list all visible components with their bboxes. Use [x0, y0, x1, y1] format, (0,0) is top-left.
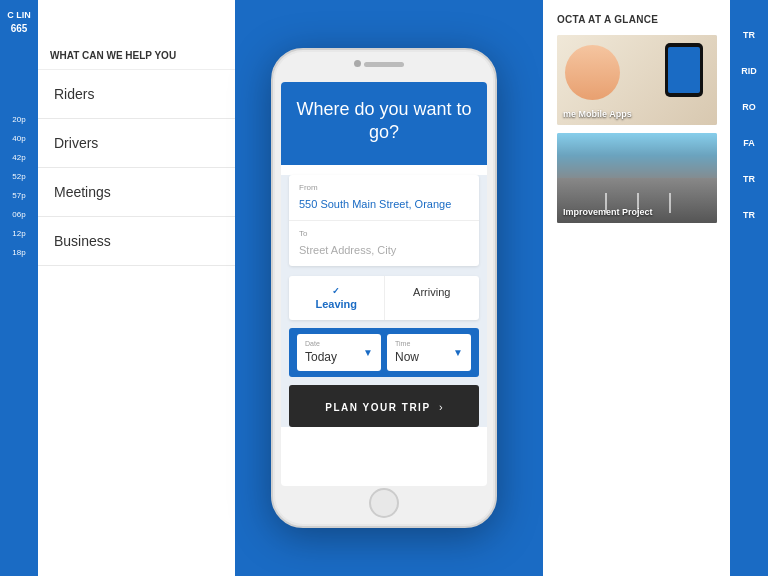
right-link-tr1[interactable]: TR	[743, 30, 755, 40]
phone-camera	[354, 60, 361, 67]
plan-btn-label: PLAN YOUR TRIP	[325, 402, 430, 413]
phone-home-button[interactable]	[369, 488, 399, 518]
arriving-label: Arriving	[413, 286, 450, 298]
time-block[interactable]: Time Now ▼	[387, 334, 471, 371]
nav-item-meetings[interactable]: Meetings	[38, 168, 235, 217]
date-label: Date	[305, 340, 337, 347]
phone-container: Where do you want to go? From 550 South …	[271, 48, 497, 528]
from-label: From	[299, 183, 469, 192]
leaving-toggle[interactable]: Leaving	[289, 276, 384, 320]
from-value: 550 South Main Street, Orange	[299, 198, 451, 210]
time-item: 42p	[0, 148, 38, 167]
date-block[interactable]: Date Today ▼	[297, 334, 381, 371]
date-dropdown-arrow: ▼	[363, 347, 373, 358]
highway-image-label: Improvement Project	[563, 207, 653, 217]
to-placeholder: Street Address, City	[299, 244, 396, 256]
to-block[interactable]: To Street Address, City	[289, 220, 479, 266]
app-title: Where do you want to go?	[295, 98, 473, 145]
app-body: From 550 South Main Street, Orange To St…	[281, 175, 487, 427]
nav-item-riders[interactable]: Riders	[38, 70, 235, 119]
route-number: 665	[0, 23, 38, 34]
leaving-label: Leaving	[315, 298, 357, 310]
right-link-ro[interactable]: RO	[742, 102, 756, 112]
times-column: 20p 40p 42p 52p 57p 06p 12p 18p	[0, 50, 38, 262]
phone-speaker	[364, 62, 404, 67]
app-image: me Mobile Apps	[557, 35, 717, 125]
time-item: 52p	[0, 167, 38, 186]
right-blue-strip: TR RID RO FA TR TR	[730, 0, 768, 576]
to-label: To	[299, 229, 469, 238]
time-item: 20p	[0, 110, 38, 129]
app-image-label: me Mobile Apps	[563, 109, 632, 119]
blue-strip-left: C LIN 665 20p 40p 42p 52p 57p 06p 12p 18…	[0, 0, 38, 576]
time-label: Time	[395, 340, 419, 347]
time-item: 06p	[0, 205, 38, 224]
date-value: Today	[305, 350, 337, 364]
right-link-fa[interactable]: FA	[743, 138, 755, 148]
app-header: Where do you want to go?	[281, 82, 487, 165]
right-link-tr3[interactable]: TR	[743, 210, 755, 220]
time-item: 12p	[0, 224, 38, 243]
right-panel: TR RID RO FA TR TR OCTA AT A GLANCE me M…	[543, 0, 768, 576]
time-item: 18p	[0, 243, 38, 262]
arriving-toggle[interactable]: Arriving	[384, 276, 480, 320]
time-item: 57p	[0, 186, 38, 205]
toggle-section: Leaving Arriving	[289, 276, 479, 320]
time-item: 40p	[0, 129, 38, 148]
left-panel: C LIN 665 20p 40p 42p 52p 57p 06p 12p 18…	[0, 0, 235, 576]
plan-btn-arrow-icon: ›	[439, 401, 443, 413]
from-to-section: From 550 South Main Street, Orange To St…	[289, 175, 479, 266]
from-block[interactable]: From 550 South Main Street, Orange	[289, 175, 479, 220]
highway-image: Improvement Project	[557, 133, 717, 223]
phone-screen: Where do you want to go? From 550 South …	[281, 82, 487, 486]
time-value: Now	[395, 350, 419, 364]
what-can-we-help: WHAT CAN WE HELP YOU	[38, 40, 235, 70]
phone-frame: Where do you want to go? From 550 South …	[271, 48, 497, 528]
plan-trip-button[interactable]: PLAN YOUR TRIP ›	[289, 385, 479, 427]
right-header: OCTA AT A GLANCE	[557, 14, 718, 25]
nav-item-business[interactable]: Business	[38, 217, 235, 266]
nav-item-drivers[interactable]: Drivers	[38, 119, 235, 168]
time-dropdown-arrow: ▼	[453, 347, 463, 358]
nav-items: WHAT CAN WE HELP YOU Riders Drivers Meet…	[38, 40, 235, 266]
datetime-section: Date Today ▼ Time Now ▼	[289, 328, 479, 377]
right-link-tr2[interactable]: TR	[743, 174, 755, 184]
route-label: C LIN	[0, 0, 38, 23]
right-link-rid[interactable]: RID	[741, 66, 757, 76]
